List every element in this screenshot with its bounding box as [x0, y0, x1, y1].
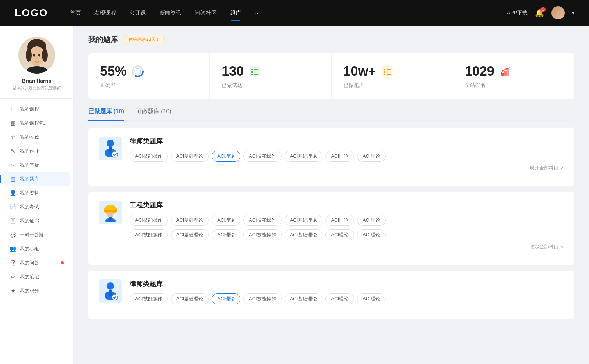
- main-content: 我的题库 体验剩余23天！ 55% 正确率: [74, 26, 589, 364]
- svg-point-7: [33, 54, 35, 57]
- tag-1-1[interactable]: ACI技能操作: [130, 151, 168, 162]
- sidebar-item-homework[interactable]: ✎ 我的作业: [4, 144, 70, 158]
- sidebar-item-notes[interactable]: ✏ 我的笔记: [4, 270, 70, 284]
- stat-ranking-top: 1029: [465, 64, 562, 79]
- tag-2-7[interactable]: ACI理论: [357, 215, 386, 226]
- bank-card-1-title: 律师类题库: [130, 137, 564, 146]
- profile-name: Brian Harris: [22, 78, 51, 84]
- tag-2-4[interactable]: ACI技能操作: [243, 215, 282, 226]
- questionbank-icon: ▤: [10, 176, 16, 182]
- svg-rect-43: [109, 290, 112, 296]
- myqa-icon: ❓: [10, 260, 16, 266]
- tag-3-7[interactable]: ACI理论: [357, 293, 386, 304]
- nav-questions[interactable]: 题库: [230, 8, 241, 18]
- sidebar-item-questionbank[interactable]: ▤ 我的题库: [4, 172, 70, 186]
- tag-1-5[interactable]: ACI基础理论: [285, 151, 323, 162]
- svg-rect-24: [384, 74, 385, 75]
- nav-discover[interactable]: 发现课程: [94, 8, 116, 18]
- user-avatar[interactable]: [551, 6, 565, 19]
- tag-2-8[interactable]: ACI技能操作: [130, 229, 168, 240]
- tutoring-label: 一对一答疑: [20, 232, 44, 238]
- bank-card-3-title: 律师类题库: [130, 279, 564, 288]
- donut-chart-icon: [131, 65, 144, 78]
- notification-bell[interactable]: 🔔 1: [535, 8, 544, 17]
- sidebar-item-groups[interactable]: 👥 我的小组: [4, 242, 70, 256]
- tag-3-1[interactable]: ACI技能操作: [130, 293, 168, 304]
- bank-card-2-content: 工程类题库 ACI技能操作 ACI基础理论 ACI理论 ACI技能操作 ACI基…: [130, 201, 564, 250]
- tab-done-banks[interactable]: 已做题库 (10): [88, 108, 124, 120]
- svg-point-38: [107, 212, 113, 218]
- sidebar-item-points[interactable]: ★ 我的积分: [4, 284, 70, 298]
- tag-1-4[interactable]: ACI技能操作: [243, 151, 282, 162]
- chevron-down-icon[interactable]: ▾: [572, 10, 574, 15]
- nav-home[interactable]: 首页: [70, 8, 81, 18]
- nav-mooc[interactable]: 公开课: [130, 8, 146, 18]
- bank-card-2-tags-row2: ACI技能操作 ACI基础理论 ACI理论 ACI技能操作 ACI基础理论 AC…: [130, 229, 564, 240]
- sidebar-item-questions[interactable]: ? 我的答疑: [4, 158, 70, 172]
- tag-1-2[interactable]: ACI基础理论: [171, 151, 209, 162]
- tag-3-4[interactable]: ACI技能操作: [243, 293, 282, 304]
- tag-1-6[interactable]: ACI理论: [325, 151, 354, 162]
- sidebar-item-certificate[interactable]: 📋 我的证书: [4, 214, 70, 228]
- tag-1-7[interactable]: ACI理论: [357, 151, 386, 162]
- svg-point-3: [26, 49, 32, 62]
- tag-2-1[interactable]: ACI技能操作: [130, 215, 168, 226]
- sidebar-item-exam[interactable]: 📄 我的考试: [4, 200, 70, 214]
- notification-badge: 1: [540, 7, 546, 12]
- tag-2-3[interactable]: ACI理论: [212, 215, 240, 226]
- tag-3-5[interactable]: ACI基础理论: [285, 293, 323, 304]
- avatar-image: [551, 6, 565, 19]
- trial-badge: 体验剩余23天！: [124, 35, 165, 44]
- bank-card-2-header: 工程类题库 ACI技能操作 ACI基础理论 ACI理论 ACI技能操作 ACI基…: [99, 201, 564, 250]
- stats-row: 55% 正确率 130: [88, 53, 574, 99]
- bank-card-2: 工程类题库 ACI技能操作 ACI基础理论 ACI理论 ACI技能操作 ACI基…: [88, 192, 574, 265]
- bank-card-1-expand[interactable]: 展开全部科目 ∨: [130, 165, 564, 171]
- tag-2-5[interactable]: ACI基础理论: [285, 215, 323, 226]
- questions-label: 我的答疑: [20, 162, 39, 168]
- tag-3-3[interactable]: ACI理论: [212, 293, 240, 304]
- svg-rect-20: [384, 69, 385, 70]
- tag-3-6[interactable]: ACI理论: [325, 293, 354, 304]
- tag-3-2[interactable]: ACI基础理论: [171, 293, 209, 304]
- sidebar: Brian Harris 错误的决定比没有决定要好 ☐ 我的课程 ▦ 我的课程包…: [0, 26, 74, 364]
- stat-accuracy-label: 正确率: [100, 82, 198, 89]
- tutoring-icon: 💬: [10, 232, 16, 238]
- nav-more[interactable]: ···: [254, 8, 261, 18]
- sidebar-item-courses[interactable]: ☐ 我的课程: [4, 102, 70, 116]
- nav-qa[interactable]: 问答社区: [195, 8, 217, 18]
- sidebar-item-profile[interactable]: 👤 我的资料: [4, 186, 70, 200]
- tag-2-12[interactable]: ACI基础理论: [285, 229, 323, 240]
- sidebar-item-tutoring[interactable]: 💬 一对一答疑: [4, 228, 70, 242]
- app-download-btn[interactable]: APP下载: [507, 10, 528, 16]
- bar-chart-icon: [499, 65, 512, 78]
- bank-card-1: 律师类题库 ACI技能操作 ACI基础理论 ACI理论 ACI技能操作 ACI基…: [88, 128, 574, 186]
- tag-2-2[interactable]: ACI基础理论: [171, 215, 209, 226]
- tag-2-14[interactable]: ACI理论: [357, 229, 386, 240]
- sidebar-item-packages[interactable]: ▦ 我的课程包...: [4, 116, 70, 130]
- tag-1-3[interactable]: ACI理论: [212, 151, 240, 162]
- groups-label: 我的小组: [20, 246, 39, 252]
- navbar: LOGO 首页 发现课程 公开课 新闻资讯 问答社区 题库 ··· APP下载 …: [0, 0, 589, 26]
- exam-label: 我的考试: [20, 204, 39, 210]
- nav-news[interactable]: 新闻资讯: [159, 8, 181, 18]
- questionbank-label: 我的题库: [20, 176, 39, 182]
- tab-available-banks[interactable]: 可做题库 (10): [136, 108, 172, 120]
- profile-icon: 👤: [10, 190, 16, 196]
- svg-rect-25: [387, 74, 391, 75]
- sidebar-item-favorites[interactable]: ☆ 我的收藏: [4, 130, 70, 144]
- points-icon: ★: [10, 288, 16, 294]
- bank-card-2-collapse[interactable]: 收起全部科目 ∧: [130, 243, 564, 250]
- svg-rect-27: [504, 71, 507, 76]
- notes-label: 我的笔记: [20, 274, 39, 280]
- tag-2-6[interactable]: ACI理论: [325, 215, 354, 226]
- homework-icon: ✎: [10, 148, 16, 154]
- tag-2-11[interactable]: ACI技能操作: [243, 229, 282, 240]
- stat-ranking-value: 1029: [465, 64, 494, 79]
- list-green-icon: [248, 65, 261, 78]
- stat-done-banks-label: 已做题库: [343, 82, 441, 89]
- tag-2-10[interactable]: ACI理论: [212, 229, 240, 240]
- tag-2-13[interactable]: ACI理论: [325, 229, 354, 240]
- sidebar-item-myqa[interactable]: ❓ 我的问答: [4, 256, 70, 270]
- svg-point-8: [38, 54, 40, 57]
- tag-2-9[interactable]: ACI基础理论: [171, 229, 209, 240]
